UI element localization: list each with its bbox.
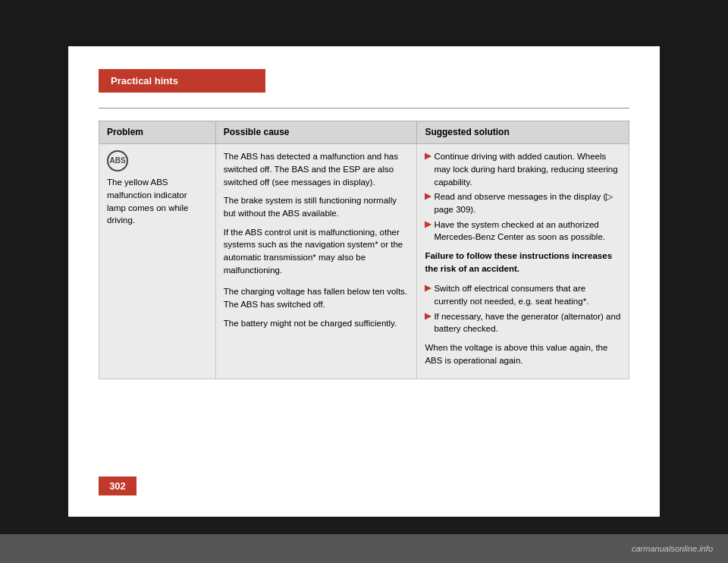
solution-cell: ▶ Continue driving with added caution. W… (417, 144, 629, 379)
problem-description: The yellow ABS malfunction indicator lam… (107, 176, 208, 227)
bullet-arrow-5: ▶ (425, 310, 431, 322)
bullet-arrow-4: ▶ (425, 282, 431, 294)
cause-para-1: The ABS has detected a malfunction and h… (224, 150, 410, 188)
problem-content: ABS The yellow ABS malfunction indicator… (107, 150, 208, 227)
warning-text: Failure to follow these instructions inc… (425, 250, 621, 275)
cause-para-2: The brake system is still functioning no… (224, 194, 410, 219)
page-number-badge: 302 (99, 477, 136, 495)
col-header-cause: Possible cause (215, 121, 417, 144)
cause-cell: The ABS has detected a malfunction and h… (215, 144, 417, 379)
page-container: Practical hints Problem Possible cause S… (68, 46, 660, 517)
bullet-arrow-3: ▶ (425, 219, 431, 231)
watermark-bar: carmanualsonline.info (0, 534, 728, 563)
closing-text: When the voltage is above this value aga… (425, 341, 621, 366)
solution-bullets-1: ▶ Continue driving with added caution. W… (425, 150, 621, 244)
divider-line (99, 108, 629, 109)
problem-cell: ABS The yellow ABS malfunction indicator… (99, 144, 216, 379)
section-header: Practical hints (99, 69, 265, 93)
cause-para-3: If the ABS control unit is malfunctionin… (224, 226, 410, 277)
abs-icon: ABS (107, 150, 128, 171)
bullet-arrow-2: ▶ (425, 190, 431, 203)
col-header-solution: Suggested solution (417, 121, 629, 144)
solution-bullets-2: ▶ Switch off electrical consumers that a… (425, 282, 621, 335)
content-table: Problem Possible cause Suggested solutio… (99, 121, 629, 379)
cause-para-4: The charging voltage has fallen below te… (224, 285, 410, 329)
bullet-arrow-1: ▶ (425, 150, 431, 162)
watermark-text: carmanualsonline.info (632, 544, 713, 553)
table-row: ABS The yellow ABS malfunction indicator… (99, 144, 629, 379)
col-header-problem: Problem (99, 121, 216, 144)
